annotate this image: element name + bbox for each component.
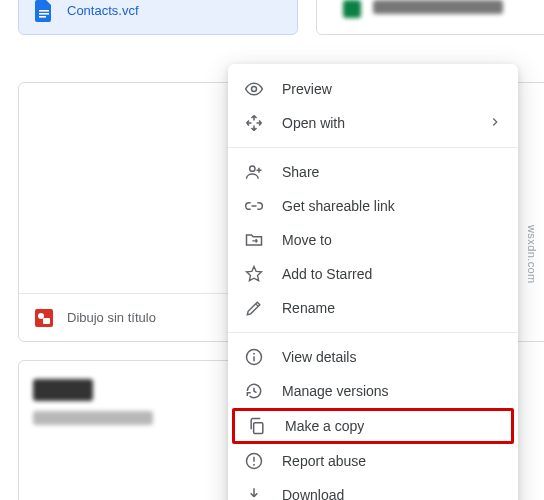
- file-label: Contacts.vcf: [67, 3, 139, 18]
- drawing-icon: [35, 307, 53, 329]
- copy-icon: [247, 416, 267, 436]
- menu-label: Manage versions: [282, 383, 502, 399]
- menu-open-with[interactable]: Open with: [228, 106, 518, 140]
- menu-label: Move to: [282, 232, 502, 248]
- info-icon: [244, 347, 264, 367]
- menu-label: Make a copy: [285, 418, 499, 434]
- svg-rect-1: [39, 13, 49, 15]
- context-menu: Preview Open with Share Get shareable li…: [228, 64, 518, 500]
- menu-label: Get shareable link: [282, 198, 502, 214]
- file-doc-icon: [35, 0, 53, 22]
- link-icon: [244, 196, 264, 216]
- menu-rename[interactable]: Rename: [228, 291, 518, 325]
- chevron-right-icon: [488, 115, 502, 132]
- menu-label: Open with: [282, 115, 470, 131]
- svg-point-9: [253, 353, 255, 355]
- move-folder-icon: [244, 230, 264, 250]
- person-add-icon: [244, 162, 264, 182]
- file-card-contacts[interactable]: Contacts.vcf: [18, 0, 298, 35]
- expand-icon: [244, 113, 264, 133]
- menu-label: View details: [282, 349, 502, 365]
- svg-point-6: [252, 87, 257, 92]
- menu-label: Download: [282, 487, 502, 500]
- menu-download[interactable]: Download: [228, 478, 518, 500]
- menu-report[interactable]: Report abuse: [228, 444, 518, 478]
- eye-icon: [244, 79, 264, 99]
- menu-label: Preview: [282, 81, 502, 97]
- menu-label: Report abuse: [282, 453, 502, 469]
- menu-preview[interactable]: Preview: [228, 72, 518, 106]
- svg-rect-5: [43, 318, 50, 324]
- pencil-icon: [244, 298, 264, 318]
- menu-versions[interactable]: Manage versions: [228, 374, 518, 408]
- menu-get-link[interactable]: Get shareable link: [228, 189, 518, 223]
- menu-label: Rename: [282, 300, 502, 316]
- svg-point-4: [38, 313, 44, 319]
- history-icon: [244, 381, 264, 401]
- menu-separator: [228, 332, 518, 333]
- svg-point-12: [253, 464, 255, 466]
- star-icon: [244, 264, 264, 284]
- menu-make-copy[interactable]: Make a copy: [232, 408, 514, 444]
- svg-rect-10: [254, 423, 263, 434]
- svg-rect-2: [39, 16, 46, 18]
- file-card[interactable]: [316, 0, 544, 35]
- file-label: Dibujo sin título: [67, 310, 156, 325]
- menu-separator: [228, 147, 518, 148]
- drive-files-grid: Contacts.vcf Dibujo sin título: [0, 0, 544, 500]
- svg-point-7: [250, 166, 255, 171]
- watermark: wsxdn.com: [526, 225, 538, 284]
- menu-label: Share: [282, 164, 502, 180]
- menu-label: Add to Starred: [282, 266, 502, 282]
- menu-move[interactable]: Move to: [228, 223, 518, 257]
- menu-star[interactable]: Add to Starred: [228, 257, 518, 291]
- menu-details[interactable]: View details: [228, 340, 518, 374]
- warning-icon: [244, 451, 264, 471]
- download-icon: [244, 485, 264, 500]
- menu-share[interactable]: Share: [228, 155, 518, 189]
- svg-rect-0: [39, 10, 49, 12]
